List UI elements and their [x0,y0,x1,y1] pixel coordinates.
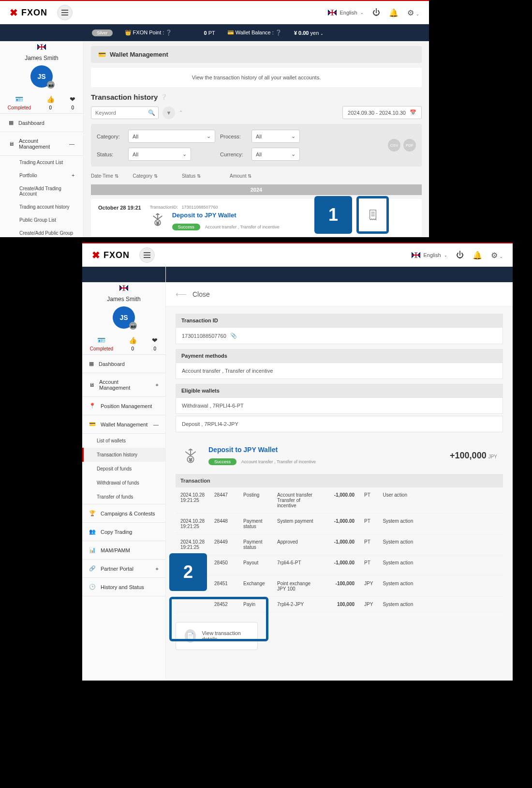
value-wallet-withdrawal: Withdrawal , 7RPLI4-6-PT [176,397,503,414]
label-eligible-wallets: Eligible wallets [176,384,503,397]
point-value: 0 [204,30,207,36]
summary-amount: +100,000JPY [450,451,497,461]
year-divider: 2024 [91,184,422,195]
value-txn-id: 173011088507760📎 [176,327,503,344]
col-datetime[interactable]: Date·Time ⇅ [91,173,118,179]
select-process[interactable]: All⌄ [251,130,300,143]
submenu-transfer[interactable]: Transfer of funds [82,490,165,504]
logo: ✖FXON [92,249,130,261]
select-status[interactable]: All⌄ [128,148,191,161]
submenu-portfolio[interactable]: Portfolio+ [0,169,83,182]
back-arrow-icon: ⟵ [176,289,187,299]
stat-favs: ❤0 [70,95,75,110]
menu-dashboard[interactable]: ▦ Dashboard [82,355,165,373]
menu-dashboard[interactable]: ▦ Dashboard [0,114,83,132]
submenu-withdrawal[interactable]: Withdrawal of funds [82,476,165,490]
avatar[interactable]: JS📷 [113,306,135,329]
point-label: 👑 FXON Point : ❔ [125,30,173,36]
download-csv[interactable]: CSV [388,139,400,152]
transaction-row: 2024.10.2819:21:2528448Payment statusSys… [176,514,503,534]
submenu-trading-history[interactable]: Trading account history [0,200,83,213]
stat-likes: 👍0 [129,336,137,351]
menu-history-status[interactable]: 🕒 History and Status [82,578,165,596]
power-icon[interactable]: ⏻ [456,251,464,259]
submenu-deposit[interactable]: Deposit of funds [82,462,165,476]
menu-partner-portal[interactable]: 🔗 Partner Portal+ [82,560,165,578]
gear-icon[interactable]: ⚙ ⌄ [407,8,419,17]
callout-2: 2 [169,553,207,591]
menu-account-management[interactable]: 🖥 Account Management— [0,132,83,156]
select-currency[interactable]: All⌄ [251,148,300,161]
bell-icon[interactable]: 🔔 [389,8,399,17]
transaction-row: 2024.10.2819:21:2528450Payout7rpli4-6-PT… [176,555,503,576]
receipt-icon[interactable] [368,209,378,221]
value-payment-methods: Account transfer , Transfer of incentive [176,363,503,379]
stat-likes: 👍0 [46,95,55,110]
deposit-icon: ¥ [150,212,165,227]
callout-1-target [356,196,389,234]
search-input[interactable]: 🔍 [91,106,159,119]
transaction-row: 28451ExchangePoint exchange JPY 100-100,… [176,576,503,597]
transaction-row: 2024.10.2819:21:2528447PostingAccount tr… [176,487,503,514]
submenu-public-group-list[interactable]: Public Group List [0,213,83,227]
hamburger-menu[interactable] [139,247,155,263]
bell-icon[interactable]: 🔔 [473,251,482,260]
download-pdf[interactable]: PDF [403,139,416,152]
user-name: James Smith [0,55,83,61]
power-icon[interactable]: ⏻ [372,8,380,17]
avatar[interactable]: JS📷 [30,65,53,88]
camera-icon[interactable]: 📷 [47,81,55,89]
submenu-create-add-trading[interactable]: Create/Add Trading Account [0,182,83,200]
page-description: View the transaction history of all your… [91,68,422,87]
balance-value: ¥ 0.00 [294,30,309,36]
section-title: Transaction history ❔ [91,93,422,101]
user-flag [119,285,128,291]
col-amount[interactable]: Amount ⇅ [230,173,251,179]
gear-icon[interactable]: ⚙ ⌄ [491,251,503,260]
hamburger-menu[interactable] [57,5,73,20]
label-process: Process: [220,134,247,139]
callout-2-target [169,597,268,641]
close-button[interactable]: ⟵ Close [166,282,513,306]
svg-text:¥: ¥ [156,221,159,226]
submenu-transaction-history[interactable]: Transaction history [82,448,165,462]
filter-icon[interactable]: ▼ [163,106,175,119]
stat-completed: 🪪Completed [90,336,113,351]
menu-copy-trading[interactable]: 👥 Copy Trading [82,523,165,541]
menu-mam-pamm[interactable]: 📊 MAM/PAMM [82,541,165,560]
submenu-list-wallets[interactable]: List of wallets [82,434,165,448]
date-range[interactable]: 2024.09.30 - 2024.10.30 📅 [342,106,422,119]
page-title: 💳 Wallet Management [91,46,422,63]
txn-status-badge: Success [172,224,200,230]
menu-wallet-management[interactable]: 💳 Wallet Management— [82,415,165,434]
menu-account-management[interactable]: 🖥 Account Management+ [82,373,165,397]
callout-1: 1 [314,196,352,234]
menu-campaigns[interactable]: 🏆 Campaigns & Contests [82,504,165,523]
transaction-row: 2024.10.2819:21:2528449Payment statusApp… [176,534,503,555]
col-category[interactable]: Category ⇅ [133,173,158,179]
stat-favs: ❤0 [152,336,158,351]
svg-text:¥: ¥ [189,457,192,462]
txn-date: October 28 19:21 [98,205,141,211]
label-category: Category: [97,134,123,139]
menu-position-management[interactable]: 📍 Position Management [82,397,165,415]
attachment-icon[interactable]: 📎 [230,333,237,339]
select-category[interactable]: All⌄ [128,130,215,143]
label-status: Status: [97,152,123,157]
transaction-header: Transaction [176,474,503,487]
summary-title: Deposit to JPY Wallet [208,446,316,454]
camera-icon[interactable]: 📷 [129,322,137,330]
submenu-trading-account-list[interactable]: Trading Account List [0,156,83,169]
txn-desc: Account transfer , Transfer of incentive [205,225,280,229]
language-selector[interactable]: English ⌄ [328,10,363,15]
chevron-up-icon[interactable]: ⌃ [179,110,183,115]
tier-badge: Silver [92,30,113,36]
user-name: James Smith [82,296,165,303]
logo: ✖FXON [10,7,47,18]
txn-title: Deposit to JPY Wallet [172,212,280,219]
col-status[interactable]: Status ⇅ [182,173,201,179]
label-payment-methods: Payment methods [176,349,503,363]
submenu-create-public-group[interactable]: Create/Add Public Group [0,227,83,237]
language-selector[interactable]: English ⌄ [412,252,447,258]
search-icon: 🔍 [148,109,155,116]
